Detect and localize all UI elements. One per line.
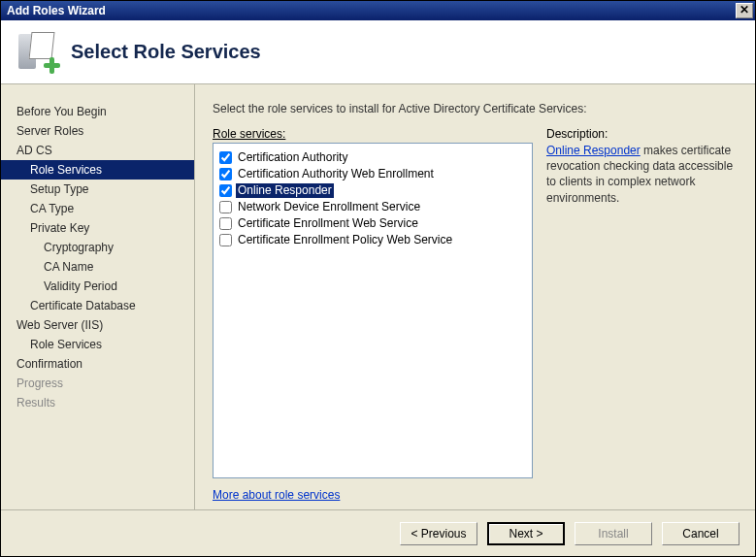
role-service-checkbox[interactable] bbox=[219, 168, 232, 180]
role-service-label: Online Responder bbox=[236, 183, 334, 198]
role-service-label: Certification Authority Web Enrollment bbox=[236, 167, 436, 181]
role-service-label: Certificate Enrollment Policy Web Servic… bbox=[236, 233, 454, 247]
cancel-button[interactable]: Cancel bbox=[662, 522, 740, 545]
role-services-label: Role services: bbox=[213, 127, 533, 141]
wizard-footer: < Previous Next > Install Cancel bbox=[1, 509, 755, 556]
description-text: Online Responder makes certificate revoc… bbox=[546, 143, 738, 206]
nav-item[interactable]: Setup Type bbox=[1, 180, 194, 199]
nav-item[interactable]: Role Services bbox=[1, 160, 194, 180]
wizard-header: Select Role Services bbox=[1, 20, 755, 84]
role-service-checkbox[interactable] bbox=[219, 184, 232, 197]
nav-item: Results bbox=[1, 393, 194, 412]
more-about-link[interactable]: More about role services bbox=[213, 488, 533, 502]
nav-item: Progress bbox=[1, 374, 194, 393]
previous-button[interactable]: < Previous bbox=[400, 522, 477, 545]
close-icon[interactable]: ✕ bbox=[736, 3, 753, 18]
role-service-checkbox[interactable] bbox=[219, 151, 232, 164]
role-service-label: Network Device Enrollment Service bbox=[236, 200, 422, 214]
nav-item[interactable]: Server Roles bbox=[1, 121, 194, 141]
role-service-checkbox[interactable] bbox=[219, 234, 232, 246]
nav-item[interactable]: Before You Begin bbox=[1, 102, 194, 121]
main-content: Select the role services to install for … bbox=[195, 84, 755, 509]
wizard-nav: Before You BeginServer RolesAD CSRole Se… bbox=[1, 84, 195, 509]
description-link[interactable]: Online Responder bbox=[546, 144, 641, 157]
nav-item[interactable]: CA Type bbox=[1, 199, 194, 218]
window-title: Add Roles Wizard bbox=[7, 4, 736, 17]
role-service-label: Certificate Enrollment Web Service bbox=[236, 216, 420, 231]
role-service-item[interactable]: Network Device Enrollment Service bbox=[217, 199, 528, 215]
nav-item[interactable]: Certificate Database bbox=[1, 296, 194, 315]
nav-item[interactable]: AD CS bbox=[1, 141, 194, 160]
next-button[interactable]: Next > bbox=[487, 522, 565, 545]
nav-item[interactable]: Private Key bbox=[1, 218, 194, 238]
nav-item[interactable]: Role Services bbox=[1, 335, 194, 354]
install-button[interactable]: Install bbox=[575, 522, 652, 545]
page-title: Select Role Services bbox=[71, 41, 261, 63]
wizard-icon bbox=[18, 32, 59, 73]
nav-item[interactable]: Web Server (IIS) bbox=[1, 315, 194, 335]
titlebar: Add Roles Wizard ✕ bbox=[1, 1, 755, 20]
nav-item[interactable]: Confirmation bbox=[1, 354, 194, 374]
role-service-item[interactable]: Certification Authority Web Enrollment bbox=[217, 166, 528, 182]
role-services-list[interactable]: Certification AuthorityCertification Aut… bbox=[213, 143, 533, 478]
role-service-item[interactable]: Online Responder bbox=[217, 182, 528, 199]
nav-item[interactable]: Cryptography bbox=[1, 238, 194, 257]
role-service-label: Certification Authority bbox=[236, 150, 349, 165]
role-service-item[interactable]: Certificate Enrollment Web Service bbox=[217, 215, 528, 232]
role-service-checkbox[interactable] bbox=[219, 217, 232, 230]
role-service-checkbox[interactable] bbox=[219, 201, 232, 213]
instruction-text: Select the role services to install for … bbox=[213, 102, 738, 115]
nav-item[interactable]: CA Name bbox=[1, 257, 194, 277]
description-label: Description: bbox=[546, 127, 738, 141]
role-service-item[interactable]: Certification Authority bbox=[217, 149, 528, 166]
nav-item[interactable]: Validity Period bbox=[1, 277, 194, 296]
role-service-item[interactable]: Certificate Enrollment Policy Web Servic… bbox=[217, 232, 528, 248]
